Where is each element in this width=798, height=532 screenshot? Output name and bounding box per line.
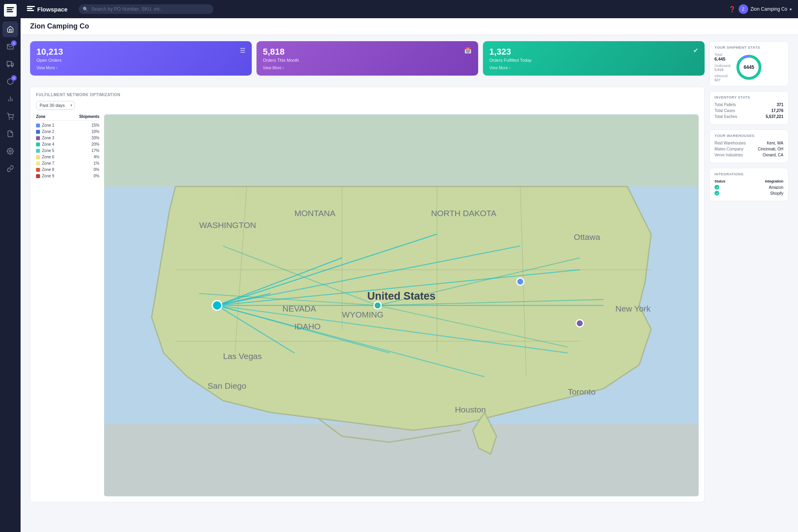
filter-select-wrap[interactable]: Past 30 days Past 60 days Past 90 days — [36, 101, 75, 110]
amazon-status — [714, 185, 719, 190]
warehouses-title: YOUR WAREHOUSES — [714, 134, 783, 138]
sidebar-item-orders[interactable] — [2, 108, 18, 124]
svg-rect-3 — [7, 61, 11, 65]
total-value: 6,445 — [714, 57, 731, 61]
inventory-row-eaches: Total Eaches 5,537,221 — [714, 114, 783, 119]
integration-row-amazon: Amazon — [714, 185, 783, 190]
user-account[interactable]: Z Zion Camping Co ▾ — [739, 4, 792, 14]
donut-chart: 6445 — [735, 53, 763, 81]
svg-text:United States: United States — [367, 290, 436, 302]
orders-month-label: Orders This Month — [263, 58, 299, 63]
sidebar-item-home[interactable] — [2, 21, 18, 37]
zone-2-name: Zone 2 — [42, 129, 91, 134]
orders-fulfilled-value: 1,323 — [489, 47, 532, 57]
zone-4-color — [36, 142, 40, 146]
svg-text:MONTANA: MONTANA — [294, 209, 336, 218]
zone-9-name: Zone 9 — [42, 174, 94, 178]
zone-row-6: Zone 6 4% — [36, 155, 99, 159]
svg-rect-1 — [7, 9, 12, 10]
zone-row-7: Zone 7 1% — [36, 161, 99, 165]
cases-value: 17,276 — [771, 108, 783, 113]
svg-point-10 — [9, 119, 10, 120]
shipment-stats-title: YOUR SHIPMENT STATS — [714, 46, 783, 49]
sidebar-item-settings[interactable] — [2, 143, 18, 159]
zone-map-section: Zone Shipments Zone 1 15% — [36, 114, 699, 496]
svg-text:WASHINGTON: WASHINGTON — [199, 220, 256, 230]
svg-point-40 — [576, 320, 583, 327]
sidebar-item-documents[interactable] — [2, 126, 18, 142]
svg-point-6 — [11, 65, 13, 67]
svg-text:Ottawa: Ottawa — [574, 232, 600, 241]
open-orders-icon: ☰ — [240, 47, 245, 54]
svg-rect-2 — [7, 11, 13, 12]
inbound-label: Inbound: — [714, 74, 731, 78]
zone-6-color — [36, 155, 40, 159]
zone-6-pct: 4% — [94, 155, 99, 159]
zone-row-9: Zone 9 0% — [36, 174, 99, 178]
outbound-label: Outbound: — [714, 64, 731, 68]
svg-text:New York: New York — [616, 304, 651, 313]
svg-point-11 — [12, 119, 13, 120]
svg-text:San Diego: San Diego — [207, 381, 246, 390]
svg-point-37 — [212, 301, 222, 310]
zone-3-name: Zone 3 — [42, 136, 91, 140]
sidebar-item-shipments[interactable] — [2, 56, 18, 72]
search-input[interactable] — [79, 4, 213, 14]
orders-month-icon: 📅 — [464, 47, 472, 54]
open-orders-value: 10,213 — [36, 47, 63, 57]
messages-badge: 2 — [11, 40, 17, 46]
inventory-badge: 3 — [11, 75, 17, 81]
zone-col-header: Zone — [36, 114, 46, 119]
zone-row-8: Zone 8 0% — [36, 167, 99, 172]
main-content: Flowspace 🔍 ❓ Z Zion Camping Co ▾ Zion C… — [21, 0, 798, 532]
inventory-stats-panel: INVENTORY STATS Total Pallets 371 Total … — [709, 91, 788, 125]
zone-8-name: Zone 8 — [42, 167, 94, 172]
zone-1-pct: 15% — [91, 123, 99, 127]
total-label: Total: — [714, 53, 731, 57]
period-filter[interactable]: Past 30 days Past 60 days Past 90 days — [36, 101, 75, 110]
account-name: Zion Camping Co — [750, 6, 787, 12]
donut-center-value: 6445 — [744, 65, 754, 70]
page-header: Zion Camping Co — [21, 18, 798, 35]
svg-point-5 — [8, 65, 9, 67]
zone-1-name: Zone 1 — [42, 123, 91, 127]
sidebar-item-analytics[interactable] — [2, 91, 18, 107]
zone-1-color — [36, 124, 40, 127]
zone-8-color — [36, 168, 40, 172]
integration-row-shopify: Shopify — [714, 191, 783, 196]
zone-row-5: Zone 5 17% — [36, 148, 99, 153]
warehouse-1-location: Kent, WA — [767, 141, 783, 145]
zone-4-pct: 20% — [91, 142, 99, 146]
orders-fulfilled-link[interactable]: View More › — [489, 66, 698, 70]
help-icon: ❓ — [729, 6, 735, 12]
shipments-col-header: Shipments — [79, 114, 99, 119]
open-orders-link[interactable]: View More › — [36, 66, 245, 70]
svg-rect-0 — [7, 7, 14, 8]
stat-card-open-orders: 10,213 Open Orders ☰ View More › — [30, 41, 252, 76]
zone-row-1: Zone 1 15% — [36, 123, 99, 127]
fulfillment-title: FULFILLMENT NETWORK OPTIMIZATION — [36, 93, 699, 97]
warehouse-1-name: Reid Warehouses — [714, 141, 746, 145]
zone-7-color — [36, 162, 40, 165]
stat-card-orders-fulfilled: 1,323 Orders Fulfilled Today ✔ View More… — [483, 41, 705, 76]
svg-rect-14 — [104, 115, 699, 186]
us-map: United States WASHINGTON MONTANA NORTH D… — [104, 114, 699, 496]
zone-row-2: Zone 2 10% — [36, 129, 99, 134]
zone-7-name: Zone 7 — [42, 161, 94, 165]
eaches-value: 5,537,221 — [766, 114, 784, 119]
warehouses-panel: YOUR WAREHOUSES Reid Warehouses Kent, WA… — [709, 129, 788, 163]
eaches-label: Total Eaches — [714, 114, 737, 119]
svg-text:IDAHO: IDAHO — [294, 322, 321, 331]
sidebar-item-messages[interactable]: 2 — [2, 39, 18, 55]
search-icon: 🔍 — [83, 7, 88, 12]
sidebar-item-integrations[interactable] — [2, 161, 18, 177]
orders-month-link[interactable]: View More › — [263, 66, 472, 70]
sidebar-item-inventory[interactable]: 3 — [2, 74, 18, 89]
zone-9-pct: 0% — [94, 174, 99, 178]
zone-rows: Zone 1 15% Zone 2 10% — [36, 123, 99, 178]
search-bar[interactable]: 🔍 — [79, 4, 213, 14]
svg-text:Las Vegas: Las Vegas — [223, 352, 262, 361]
inventory-rows: Total Pallets 371 Total Cases 17,276 Tot… — [714, 103, 783, 119]
svg-text:NEVADA: NEVADA — [283, 304, 316, 313]
shopify-name: Shopify — [770, 191, 783, 196]
